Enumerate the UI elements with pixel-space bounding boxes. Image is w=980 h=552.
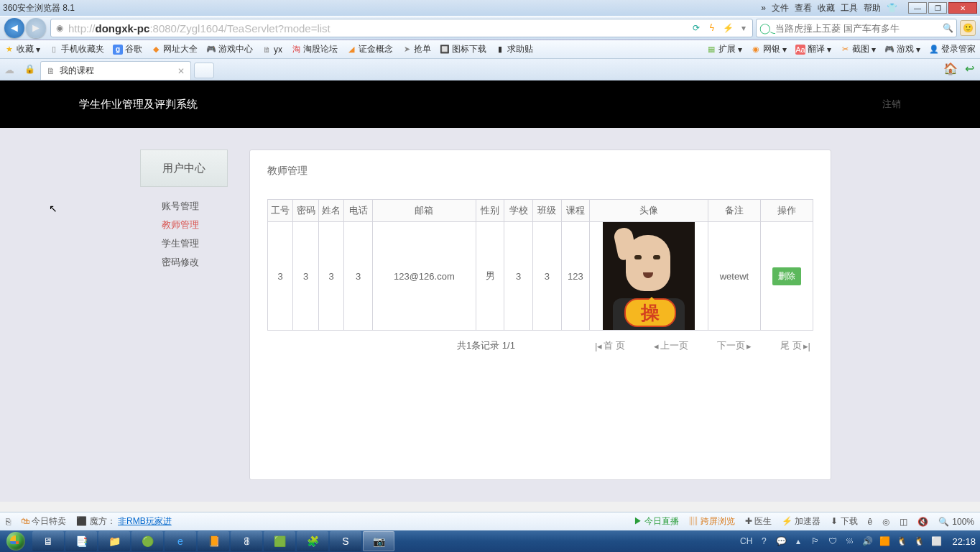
sidebar-item-teacher[interactable]: 教师管理 <box>140 216 228 234</box>
pager-prev[interactable]: ◂上一页 <box>654 339 688 352</box>
menu-file[interactable]: 文件 <box>772 2 789 14</box>
tab-close-icon[interactable]: ✕ <box>177 66 185 76</box>
pager-last[interactable]: 尾 页 ▸| <box>780 339 810 352</box>
status-split-icon[interactable]: ◫ <box>900 517 907 527</box>
bookmark-help[interactable]: ▮求助贴 <box>495 43 533 55</box>
status-popup-icon[interactable]: ⎘ <box>6 517 11 527</box>
menu-fav[interactable]: 收藏 <box>818 2 835 14</box>
lock-icon[interactable]: 🔒 <box>24 64 36 74</box>
browser-tab[interactable]: 🗎 我的课程 ✕ <box>40 61 191 80</box>
tray-flag-icon[interactable]: 🏳 <box>810 535 821 547</box>
tray-lang[interactable]: CH <box>740 536 752 546</box>
bookmark-icons[interactable]: 🔲图标下载 <box>440 43 486 55</box>
url-text[interactable]: http://dongxk-pc:8080/Zygl1604/TeaServle… <box>68 22 690 34</box>
tray-app2-icon[interactable]: 🐧 <box>896 535 907 547</box>
toolbar-translate[interactable]: Aa翻译 ▾ <box>795 43 831 55</box>
task-item-active[interactable]: 📷 <box>363 531 394 551</box>
titlebar-more-icon[interactable]: » <box>761 3 766 13</box>
bookmark-zheng[interactable]: ◢证金概念 <box>346 43 393 55</box>
sidebar-heading: 用户中心 <box>140 150 228 187</box>
lightning-icon[interactable]: ⚡ <box>722 22 734 34</box>
sidebar-item-password[interactable]: 密码修改 <box>140 253 228 272</box>
status-sale[interactable]: 🛍 今日特卖 <box>21 515 66 528</box>
task-item[interactable]: 📑 <box>65 531 97 551</box>
task-item[interactable]: e <box>165 531 196 551</box>
bookmark-sites[interactable]: ◆网址大全 <box>151 43 198 55</box>
task-item[interactable]: 🖥 <box>32 531 64 551</box>
tray-app4-icon[interactable]: ⬜ <box>930 535 942 547</box>
task-item[interactable]: 🟩 <box>264 531 295 551</box>
new-tab-button[interactable] <box>194 63 214 78</box>
status-crossscreen[interactable]: ▥ 跨屏浏览 <box>689 515 734 528</box>
toolbar-screenshot[interactable]: ✂截图 ▾ <box>840 43 876 55</box>
task-item[interactable]: 📙 <box>198 531 229 551</box>
pager-first[interactable]: |◂首 页 <box>595 339 625 352</box>
bookmark-taogu[interactable]: 淘淘股论坛 <box>291 43 338 55</box>
minimize-button[interactable]: — <box>908 2 927 14</box>
status-mute-icon[interactable]: 🔇 <box>917 517 928 527</box>
maximize-button[interactable]: ❐ <box>928 2 947 14</box>
menu-tools[interactable]: 工具 <box>841 2 858 14</box>
status-accel[interactable]: ⚡ 加速器 <box>782 515 820 528</box>
app-title: 360安全浏览器 8.1 <box>3 3 75 13</box>
menu-help[interactable]: 帮助 <box>864 2 881 14</box>
bookmark-yx[interactable]: 🗎yx <box>262 45 282 55</box>
back-button[interactable]: ◄ <box>4 18 24 38</box>
tab-strip: ☁ 🔒 🗎 我的课程 ✕ 🏠 ↩ <box>0 59 980 80</box>
task-item[interactable]: 𝟠 <box>231 531 262 551</box>
pager-next[interactable]: 下一页 ▸ <box>717 339 752 352</box>
cloud-icon[interactable]: ☁ <box>4 64 20 75</box>
tray-msg-icon[interactable]: 💬 <box>775 535 787 547</box>
tray-vol-icon[interactable]: 🔊 <box>861 535 873 547</box>
tray-app1-icon[interactable]: 🟧 <box>879 535 890 547</box>
table-row: 3 3 3 3 123@126.com 男 3 3 123 操 w <box>268 222 813 331</box>
search-input[interactable] <box>775 23 943 34</box>
tray-shield-icon[interactable]: 🛡 <box>827 535 838 547</box>
status-zoom[interactable]: 🔍 100% <box>938 517 974 527</box>
bookmark-mobile[interactable]: ▯手机收藏夹 <box>49 43 104 55</box>
undo-icon[interactable]: ↩ <box>965 62 974 75</box>
url-scheme: http:// <box>68 22 96 34</box>
user-avatar-icon[interactable]: 🙂 <box>960 20 976 36</box>
status-e[interactable]: ê <box>868 517 873 527</box>
tray-net-icon[interactable]: ᯾ <box>844 535 856 547</box>
search-button[interactable]: 🔍 <box>943 23 953 33</box>
tray-up-icon[interactable]: ▴ <box>792 535 804 547</box>
tray-clock[interactable]: 22:18 <box>952 536 976 547</box>
forward-button[interactable]: ► <box>26 18 46 38</box>
skin-icon[interactable]: 👕 <box>887 3 898 13</box>
compat-icon[interactable]: ϟ <box>706 22 718 34</box>
bookmark-qiang[interactable]: ➤抢单 <box>402 43 431 55</box>
logout-link[interactable]: 注销 <box>882 98 901 111</box>
close-button[interactable]: ✕ <box>948 2 977 14</box>
sidebar-item-student[interactable]: 学生管理 <box>140 234 228 253</box>
address-bar[interactable]: ◉ http://dongxk-pc:8080/Zygl1604/TeaServ… <box>50 19 753 37</box>
search-engine-icon[interactable]: ◯‿ <box>759 22 775 34</box>
task-item[interactable]: 🧩 <box>297 531 328 551</box>
toolbar-games[interactable]: 🎮游戏 ▾ <box>884 43 920 55</box>
status-doctor[interactable]: ✚ 医生 <box>745 515 772 528</box>
toolbar-login[interactable]: 👤登录管家 <box>929 43 976 55</box>
tray-app3-icon[interactable]: 🐧 <box>913 535 925 547</box>
toolbar-extensions[interactable]: ▦扩展 ▾ <box>706 43 742 55</box>
favorites-button[interactable]: ★收藏 ▾ <box>4 43 40 55</box>
task-item[interactable]: 🟢 <box>131 531 163 551</box>
status-download[interactable]: ⬇ 下载 <box>831 515 857 528</box>
menu-view[interactable]: 查看 <box>795 2 812 14</box>
bookmark-games[interactable]: 🎮游戏中心 <box>206 43 253 55</box>
status-mofang[interactable]: ⬛ 魔方： 非RMB玩家进 <box>76 515 171 528</box>
status-live[interactable]: ▶ 今日直播 <box>634 515 679 528</box>
dropdown-icon[interactable]: ▾ <box>738 22 749 34</box>
task-item[interactable]: 📁 <box>98 531 130 551</box>
refresh-icon[interactable]: ⟳ <box>690 22 702 34</box>
toolbar-bank[interactable]: ◉网银 ▾ <box>751 43 787 55</box>
start-button[interactable] <box>0 530 32 552</box>
bookmark-google[interactable]: g谷歌 <box>113 43 142 55</box>
home-icon[interactable]: 🏠 <box>943 62 958 75</box>
sidebar-item-account[interactable]: 账号管理 <box>140 197 228 216</box>
status-target-icon[interactable]: ◎ <box>882 517 889 527</box>
task-item[interactable]: S <box>330 531 361 551</box>
tray-help-icon[interactable]: ? <box>758 535 769 547</box>
delete-button[interactable]: 删除 <box>772 267 801 285</box>
search-box[interactable]: ◯‿ 🔍 <box>756 19 957 37</box>
